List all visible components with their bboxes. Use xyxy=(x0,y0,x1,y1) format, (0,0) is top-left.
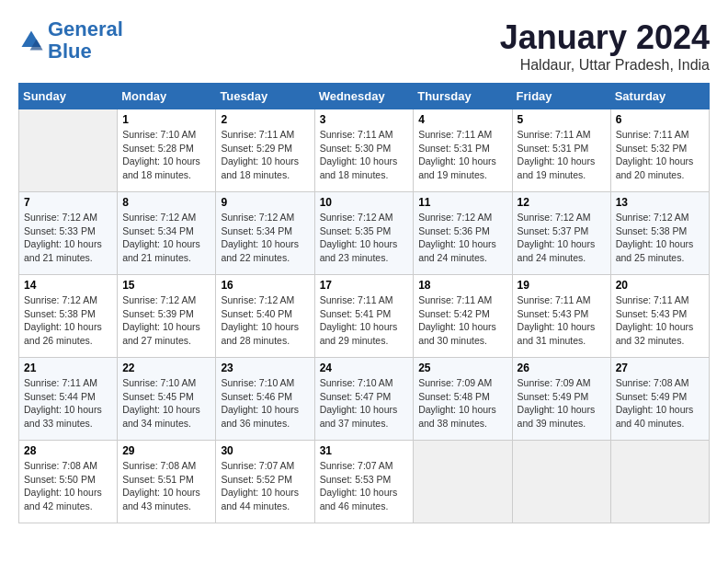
day-info: Sunrise: 7:11 AMSunset: 5:31 PMDaylight:… xyxy=(518,128,606,182)
day-number: 22 xyxy=(122,362,210,374)
day-number: 7 xyxy=(24,196,112,209)
day-number: 26 xyxy=(518,362,606,374)
day-number: 30 xyxy=(221,444,309,457)
day-info: Sunrise: 7:11 AMSunset: 5:43 PMDaylight:… xyxy=(616,293,704,348)
calendar-cell: 5Sunrise: 7:11 AMSunset: 5:31 PMDaylight… xyxy=(512,109,610,192)
day-number: 2 xyxy=(221,113,309,126)
day-info: Sunrise: 7:12 AMSunset: 5:39 PMDaylight:… xyxy=(122,293,210,348)
calendar-cell xyxy=(512,441,610,523)
header-monday: Monday xyxy=(118,84,216,109)
logo-text: General Blue xyxy=(48,18,123,63)
day-info: Sunrise: 7:07 AMSunset: 5:53 PMDaylight:… xyxy=(320,459,409,513)
day-number: 15 xyxy=(122,279,210,292)
header-saturday: Saturday xyxy=(610,84,709,109)
calendar-cell: 24Sunrise: 7:10 AMSunset: 5:47 PMDayligh… xyxy=(314,358,414,441)
header-tuesday: Tuesday xyxy=(216,84,314,109)
calendar-cell: 12Sunrise: 7:12 AMSunset: 5:37 PMDayligh… xyxy=(512,192,610,275)
calendar-cell: 4Sunrise: 7:11 AMSunset: 5:31 PMDaylight… xyxy=(414,109,512,192)
day-number: 23 xyxy=(221,362,309,374)
calendar-cell xyxy=(19,109,118,192)
day-info: Sunrise: 7:11 AMSunset: 5:41 PMDaylight:… xyxy=(320,293,409,348)
day-number: 29 xyxy=(122,444,210,457)
day-info: Sunrise: 7:10 AMSunset: 5:47 PMDaylight:… xyxy=(320,376,409,431)
day-info: Sunrise: 7:08 AMSunset: 5:51 PMDaylight:… xyxy=(122,459,210,513)
week-row-3: 14Sunrise: 7:12 AMSunset: 5:38 PMDayligh… xyxy=(19,275,710,358)
calendar-cell: 26Sunrise: 7:09 AMSunset: 5:49 PMDayligh… xyxy=(512,358,610,441)
calendar-cell: 27Sunrise: 7:08 AMSunset: 5:49 PMDayligh… xyxy=(610,358,709,441)
calendar-cell: 23Sunrise: 7:10 AMSunset: 5:46 PMDayligh… xyxy=(216,358,314,441)
calendar-cell: 31Sunrise: 7:07 AMSunset: 5:53 PMDayligh… xyxy=(314,441,414,523)
logo: General Blue xyxy=(18,18,123,63)
calendar-cell: 10Sunrise: 7:12 AMSunset: 5:35 PMDayligh… xyxy=(314,192,414,275)
logo-line1: General xyxy=(48,17,123,40)
calendar-cell: 21Sunrise: 7:11 AMSunset: 5:44 PMDayligh… xyxy=(19,358,118,441)
calendar-subtitle: Haldaur, Uttar Pradesh, India xyxy=(500,57,710,74)
calendar-cell: 16Sunrise: 7:12 AMSunset: 5:40 PMDayligh… xyxy=(216,275,314,358)
day-number: 17 xyxy=(320,279,409,292)
day-number: 13 xyxy=(616,196,704,209)
day-info: Sunrise: 7:11 AMSunset: 5:30 PMDaylight:… xyxy=(320,128,409,182)
day-info: Sunrise: 7:10 AMSunset: 5:46 PMDaylight:… xyxy=(221,376,309,431)
calendar-cell: 22Sunrise: 7:10 AMSunset: 5:45 PMDayligh… xyxy=(118,358,216,441)
calendar-cell: 9Sunrise: 7:12 AMSunset: 5:34 PMDaylight… xyxy=(216,192,314,275)
calendar-cell: 29Sunrise: 7:08 AMSunset: 5:51 PMDayligh… xyxy=(118,441,216,523)
calendar-cell: 2Sunrise: 7:11 AMSunset: 5:29 PMDaylight… xyxy=(216,109,314,192)
calendar-cell: 28Sunrise: 7:08 AMSunset: 5:50 PMDayligh… xyxy=(19,441,118,523)
day-number: 24 xyxy=(320,362,409,374)
calendar-cell xyxy=(610,441,709,523)
week-row-4: 21Sunrise: 7:11 AMSunset: 5:44 PMDayligh… xyxy=(19,358,710,441)
day-number: 6 xyxy=(616,113,704,126)
day-number: 31 xyxy=(320,444,409,457)
calendar-cell: 13Sunrise: 7:12 AMSunset: 5:38 PMDayligh… xyxy=(610,192,709,275)
title-section: January 2024 Haldaur, Uttar Pradesh, Ind… xyxy=(500,18,710,74)
day-number: 14 xyxy=(24,279,112,292)
day-info: Sunrise: 7:12 AMSunset: 5:35 PMDaylight:… xyxy=(320,211,409,265)
day-number: 8 xyxy=(122,196,210,209)
day-info: Sunrise: 7:12 AMSunset: 5:38 PMDaylight:… xyxy=(616,211,704,265)
calendar-cell: 15Sunrise: 7:12 AMSunset: 5:39 PMDayligh… xyxy=(118,275,216,358)
header: General Blue January 2024 Haldaur, Uttar… xyxy=(18,18,710,74)
calendar-cell: 30Sunrise: 7:07 AMSunset: 5:52 PMDayligh… xyxy=(216,441,314,523)
day-info: Sunrise: 7:08 AMSunset: 5:49 PMDaylight:… xyxy=(616,376,704,431)
day-info: Sunrise: 7:11 AMSunset: 5:44 PMDaylight:… xyxy=(24,376,112,431)
day-info: Sunrise: 7:08 AMSunset: 5:50 PMDaylight:… xyxy=(24,459,112,513)
day-number: 21 xyxy=(24,362,112,374)
week-row-5: 28Sunrise: 7:08 AMSunset: 5:50 PMDayligh… xyxy=(19,441,710,523)
day-number: 25 xyxy=(418,362,506,374)
calendar-cell: 8Sunrise: 7:12 AMSunset: 5:34 PMDaylight… xyxy=(118,192,216,275)
day-number: 11 xyxy=(418,196,506,209)
calendar-table: SundayMondayTuesdayWednesdayThursdayFrid… xyxy=(18,83,710,523)
day-info: Sunrise: 7:09 AMSunset: 5:49 PMDaylight:… xyxy=(518,376,606,431)
day-info: Sunrise: 7:10 AMSunset: 5:28 PMDaylight:… xyxy=(122,128,210,182)
calendar-cell xyxy=(414,441,512,523)
calendar-cell: 20Sunrise: 7:11 AMSunset: 5:43 PMDayligh… xyxy=(610,275,709,358)
day-info: Sunrise: 7:12 AMSunset: 5:37 PMDaylight:… xyxy=(518,211,606,265)
day-info: Sunrise: 7:10 AMSunset: 5:45 PMDaylight:… xyxy=(122,376,210,431)
header-friday: Friday xyxy=(512,84,610,109)
day-info: Sunrise: 7:11 AMSunset: 5:43 PMDaylight:… xyxy=(518,293,606,348)
calendar-cell: 25Sunrise: 7:09 AMSunset: 5:48 PMDayligh… xyxy=(414,358,512,441)
day-number: 3 xyxy=(320,113,409,126)
week-row-2: 7Sunrise: 7:12 AMSunset: 5:33 PMDaylight… xyxy=(19,192,710,275)
calendar-cell: 7Sunrise: 7:12 AMSunset: 5:33 PMDaylight… xyxy=(19,192,118,275)
calendar-title: January 2024 xyxy=(500,18,710,57)
day-info: Sunrise: 7:12 AMSunset: 5:38 PMDaylight:… xyxy=(24,293,112,348)
week-row-1: 1Sunrise: 7:10 AMSunset: 5:28 PMDaylight… xyxy=(19,109,710,192)
day-number: 4 xyxy=(418,113,506,126)
calendar-cell: 19Sunrise: 7:11 AMSunset: 5:43 PMDayligh… xyxy=(512,275,610,358)
day-number: 9 xyxy=(221,196,309,209)
logo-line2: Blue xyxy=(48,40,92,63)
day-info: Sunrise: 7:11 AMSunset: 5:29 PMDaylight:… xyxy=(221,128,309,182)
logo-icon xyxy=(18,28,44,53)
day-number: 27 xyxy=(616,362,704,374)
calendar-cell: 3Sunrise: 7:11 AMSunset: 5:30 PMDaylight… xyxy=(314,109,414,192)
day-number: 1 xyxy=(122,113,210,126)
day-number: 19 xyxy=(518,279,606,292)
day-info: Sunrise: 7:12 AMSunset: 5:40 PMDaylight:… xyxy=(221,293,309,348)
header-wednesday: Wednesday xyxy=(314,84,414,109)
calendar-header-row: SundayMondayTuesdayWednesdayThursdayFrid… xyxy=(19,84,710,109)
day-info: Sunrise: 7:12 AMSunset: 5:36 PMDaylight:… xyxy=(418,211,506,265)
day-number: 10 xyxy=(320,196,409,209)
calendar-cell: 17Sunrise: 7:11 AMSunset: 5:41 PMDayligh… xyxy=(314,275,414,358)
day-info: Sunrise: 7:12 AMSunset: 5:34 PMDaylight:… xyxy=(122,211,210,265)
